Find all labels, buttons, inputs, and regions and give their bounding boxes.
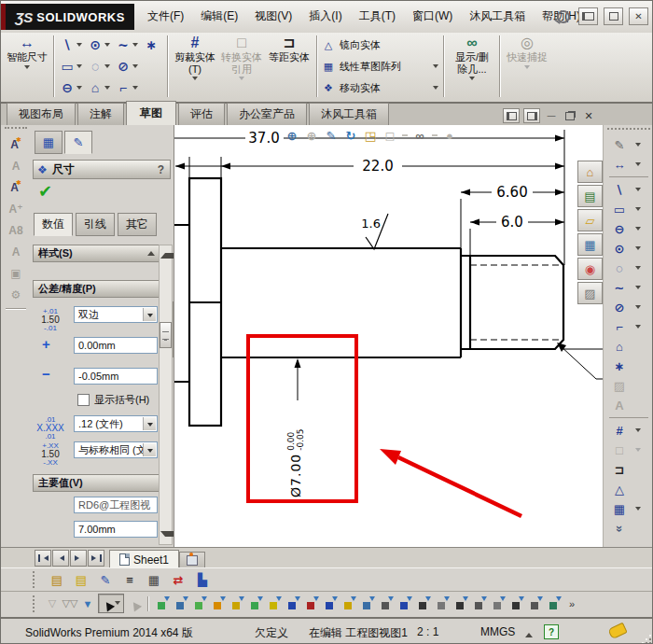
frame-style-icon[interactable]: ▣ [6, 263, 26, 283]
filter-off-icon[interactable]: ▽ [45, 595, 60, 611]
filter-vertices-icon[interactable] [155, 595, 171, 612]
filter-connection-points-icon[interactable] [528, 595, 544, 612]
max-variation-input[interactable]: 0.00mm [74, 337, 158, 354]
offset-entities-button[interactable]: ⊐ 等距实体 [265, 33, 313, 100]
sheet-tab[interactable]: Sheet1 [109, 550, 179, 568]
polygon-button[interactable]: ⌂ [86, 79, 110, 96]
doc-pane-left-button[interactable] [503, 108, 520, 123]
linear-sketch-pattern-button[interactable]: ▦ [609, 499, 652, 518]
resize-grip[interactable] [642, 635, 651, 644]
quick-tips-icon[interactable]: ? [544, 624, 559, 639]
sketch-button[interactable]: ✎ [609, 135, 652, 154]
doc-minimize-button[interactable]: — [544, 109, 559, 122]
filter-datums-icon[interactable] [491, 595, 507, 612]
tab-草图[interactable]: 草图 [126, 101, 176, 125]
load-style-icon[interactable]: A [6, 177, 26, 197]
tab-视图布局[interactable]: 视图布局 [7, 103, 76, 125]
panel-scrollbar[interactable] [159, 245, 173, 545]
display-delete-relations-button[interactable]: ∞ 显示/删除几... [448, 33, 496, 100]
menu-item[interactable]: 视图(V) [246, 5, 300, 28]
text-button[interactable]: A [609, 396, 652, 414]
dimension-value-input[interactable]: 7.00mm [74, 521, 158, 538]
tolerance-section-header[interactable]: 公差/精度(P) [33, 280, 160, 298]
dimension-name-field[interactable]: RD6@工程图视 [74, 497, 158, 513]
corner-rectangle-button[interactable]: ▭ [609, 200, 652, 218]
filter-dimensions-icon[interactable] [379, 595, 395, 612]
offset-entities-button[interactable]: ⊐ [609, 460, 652, 479]
convert-entities-button[interactable]: □ 转换实体引用 [218, 33, 265, 100]
select-cursor-button[interactable] [98, 594, 124, 613]
line-thickness-icon[interactable]: ≡ [120, 571, 139, 589]
tolerance-precision-select[interactable]: 与标称相同 (文 [74, 441, 158, 458]
edit-style-icon[interactable]: A [6, 156, 26, 175]
filter-center-marks-icon[interactable] [341, 595, 357, 612]
perimeter-circle-button[interactable]: ◌ [86, 58, 110, 75]
hide-show-items-icon[interactable]: ∞ [412, 128, 427, 143]
trim-entities-button[interactable]: # [609, 421, 652, 440]
dimension-22[interactable]: 22.0 [362, 158, 393, 175]
design-library-button[interactable]: ▤ [577, 185, 603, 207]
sketch-fillet-button[interactable]: ⌐ [114, 79, 138, 96]
add-symbol-style-icon[interactable]: A⁺ [6, 199, 26, 218]
mesh-button[interactable]: ▨ [609, 376, 652, 395]
filter-planes-icon[interactable] [267, 595, 283, 612]
smart-dimension-button[interactable]: ↔ [609, 155, 652, 174]
circle-button[interactable]: ⊙ [609, 239, 652, 258]
units-dropdown-icon[interactable] [525, 629, 533, 637]
doc-restore-button[interactable] [563, 109, 577, 122]
tab-沐风工具箱[interactable]: 沐风工具箱 [309, 103, 389, 125]
menu-item[interactable]: 沐风工具箱 [461, 5, 534, 28]
tags-icon[interactable] [607, 623, 627, 639]
dimension-6-0[interactable]: 6.0 [501, 214, 523, 231]
appearances-button[interactable]: ◉ [577, 258, 603, 280]
filter-weld-symbols-icon[interactable] [453, 595, 469, 612]
centerpoint-arc-button[interactable]: ◌ [609, 259, 652, 277]
view-palette-button[interactable]: ▦ [577, 233, 603, 256]
help-icon[interactable]: ? [158, 163, 164, 176]
solidworks-resources-button[interactable]: ⌂ [577, 161, 603, 183]
point-button[interactable]: ∗ [609, 357, 652, 375]
save-style-icon[interactable]: A [6, 242, 26, 261]
filter-sketch-segments-icon[interactable] [304, 595, 320, 612]
mirror-entities-button[interactable]: △ 镜向实体 [321, 35, 440, 54]
filter-surface-bodies-icon[interactable] [211, 595, 227, 612]
move-entities-button[interactable]: ❖ 移动实体 [321, 78, 440, 97]
doc-close-button[interactable]: ✕ [581, 109, 596, 122]
toolbar-grip[interactable] [33, 571, 38, 588]
property-manager-tab[interactable]: ✎ [64, 131, 92, 154]
filter-gtol-icon[interactable] [472, 595, 488, 612]
dimension-37[interactable]: 37.0 [248, 130, 279, 147]
filter-surface-finish-icon[interactable] [509, 595, 525, 612]
straight-slot-button[interactable]: ⊖ [58, 79, 82, 96]
spline-button[interactable]: ∼ [114, 36, 138, 53]
previous-sheet-button[interactable] [52, 550, 69, 567]
unit-system[interactable]: MMGS [480, 625, 515, 638]
rotate-view-icon[interactable]: ↻ [343, 128, 358, 143]
view-orientation-icon[interactable]: ◳ [363, 128, 378, 143]
show-parentheses-checkbox[interactable] [77, 394, 90, 406]
point-button[interactable]: ∗ [142, 36, 160, 53]
magnified-selection-icon[interactable] [127, 595, 142, 611]
dimension-6-60[interactable]: 6.60 [496, 184, 527, 201]
ellipse-button[interactable]: ⊘ [609, 298, 652, 316]
zoom-area-icon[interactable]: ⊕ [304, 128, 319, 143]
filter-balloons-icon[interactable] [435, 595, 451, 612]
min-variation-input[interactable]: -0.05mm [74, 368, 158, 385]
line-color-icon[interactable]: ✎ [96, 571, 115, 589]
filter-routing-points-icon[interactable] [547, 595, 563, 612]
note-icon[interactable]: ▤ [48, 571, 66, 589]
tab-办公室产品[interactable]: 办公室产品 [227, 103, 307, 125]
doc-pane-right-button[interactable] [523, 108, 540, 123]
trim-entities-button[interactable]: # 剪裁实体(T) [172, 33, 218, 100]
add-sheet-button[interactable] [179, 552, 205, 568]
line-button[interactable]: ∖ [58, 36, 82, 53]
tile-windows-button[interactable] [578, 7, 598, 25]
first-sheet-button[interactable] [35, 550, 51, 567]
menu-item[interactable]: 工具(T) [351, 5, 404, 28]
tab-其它[interactable]: 其它 [118, 213, 157, 236]
filter-annotations-icon[interactable] [397, 595, 413, 612]
previous-view-icon[interactable]: ✎ [324, 128, 339, 143]
smart-dimension-button[interactable]: ↔ 智能尺寸 [4, 33, 50, 100]
file-explorer-button[interactable]: ▱ [577, 209, 603, 231]
hatch-pattern-icon[interactable]: ⚙ [6, 285, 26, 304]
